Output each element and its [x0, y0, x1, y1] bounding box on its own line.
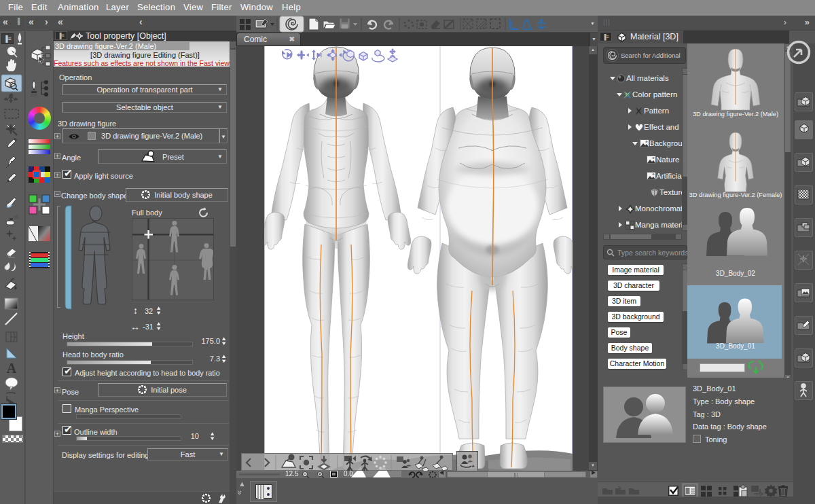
svg-text:A: A	[7, 361, 17, 376]
svg-text:3D_Body_02: 3D_Body_02	[716, 270, 755, 277]
svg-text:3D drawing figure-Ver.2 (Male): 3D drawing figure-Ver.2 (Male)	[693, 111, 778, 118]
svg-text:3D_Body_01: 3D_Body_01	[716, 342, 755, 350]
svg-text:3D drawing figure-Ver.2 (Femal: 3D drawing figure-Ver.2 (Female)	[689, 192, 782, 198]
